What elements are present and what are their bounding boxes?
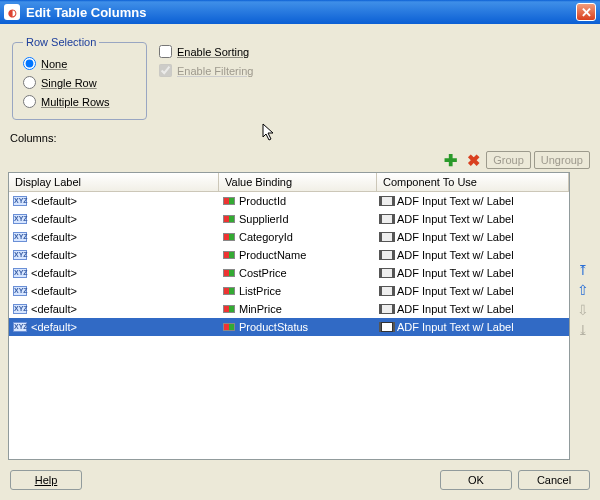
cell-display: <default> xyxy=(31,195,77,207)
cell-binding: ListPrice xyxy=(239,285,281,297)
enable-sorting-checkbox[interactable] xyxy=(159,45,172,58)
cell-component: ADF Input Text w/ Label xyxy=(397,267,514,279)
cancel-button[interactable]: Cancel xyxy=(518,470,590,490)
move-bottom-icon: ⤓ xyxy=(575,322,591,338)
table-row[interactable]: XYZ<default>CostPriceADF Input Text w/ L… xyxy=(9,264,569,282)
cell-binding: SupplierId xyxy=(239,213,289,225)
binding-icon xyxy=(223,251,235,259)
component-icon xyxy=(381,250,393,260)
cell-binding: MinPrice xyxy=(239,303,282,315)
cell-display: <default> xyxy=(31,321,77,333)
binding-icon xyxy=(223,323,235,331)
cell-display: <default> xyxy=(31,231,77,243)
component-icon xyxy=(381,196,393,206)
cell-component: ADF Input Text w/ Label xyxy=(397,231,514,243)
radio-none[interactable]: None xyxy=(23,54,136,73)
xyz-icon: XYZ xyxy=(13,268,27,278)
app-icon: ◐ xyxy=(4,4,20,20)
ok-button[interactable]: OK xyxy=(440,470,512,490)
xyz-icon: XYZ xyxy=(13,286,27,296)
cell-component: ADF Input Text w/ Label xyxy=(397,321,514,333)
enable-filtering-label: Enable Filtering xyxy=(177,65,253,77)
radio-input[interactable] xyxy=(23,76,36,89)
row-selection-group: Row Selection NoneSingle RowMultiple Row… xyxy=(12,36,147,120)
radio-label[interactable]: Single Row xyxy=(41,77,97,89)
table-row[interactable]: XYZ<default>ListPriceADF Input Text w/ L… xyxy=(9,282,569,300)
cell-component: ADF Input Text w/ Label xyxy=(397,249,514,261)
header-display-label[interactable]: Display Label xyxy=(9,173,219,191)
columns-table[interactable]: Display Label Value Binding Component To… xyxy=(8,172,570,460)
binding-icon xyxy=(223,287,235,295)
add-icon[interactable]: ✚ xyxy=(440,150,460,170)
header-component[interactable]: Component To Use xyxy=(377,173,569,191)
cell-binding: ProductId xyxy=(239,195,286,207)
help-button[interactable]: Help xyxy=(10,470,82,490)
enable-filtering-checkbox xyxy=(159,64,172,77)
delete-icon[interactable]: ✖ xyxy=(463,150,483,170)
component-icon xyxy=(381,322,393,332)
move-down-icon: ⇩ xyxy=(575,302,591,318)
binding-icon xyxy=(223,233,235,241)
cell-display: <default> xyxy=(31,267,77,279)
radio-single-row[interactable]: Single Row xyxy=(23,73,136,92)
component-icon xyxy=(381,232,393,242)
cell-display: <default> xyxy=(31,285,77,297)
window-title: Edit Table Columns xyxy=(26,5,576,20)
cell-component: ADF Input Text w/ Label xyxy=(397,213,514,225)
columns-label: Columns: xyxy=(8,130,592,148)
cell-display: <default> xyxy=(31,213,77,225)
row-selection-legend: Row Selection xyxy=(23,36,99,48)
close-button[interactable]: ✕ xyxy=(576,3,596,21)
component-icon xyxy=(381,286,393,296)
table-row[interactable]: XYZ<default>ProductNameADF Input Text w/… xyxy=(9,246,569,264)
radio-input[interactable] xyxy=(23,57,36,70)
radio-input[interactable] xyxy=(23,95,36,108)
cell-display: <default> xyxy=(31,303,77,315)
binding-icon xyxy=(223,305,235,313)
table-row[interactable]: XYZ<default>SupplierIdADF Input Text w/ … xyxy=(9,210,569,228)
xyz-icon: XYZ xyxy=(13,322,27,332)
xyz-icon: XYZ xyxy=(13,232,27,242)
xyz-icon: XYZ xyxy=(13,304,27,314)
cell-binding: CostPrice xyxy=(239,267,287,279)
table-row[interactable]: XYZ<default>MinPriceADF Input Text w/ La… xyxy=(9,300,569,318)
binding-icon xyxy=(223,215,235,223)
cell-component: ADF Input Text w/ Label xyxy=(397,195,514,207)
binding-icon xyxy=(223,269,235,277)
ungroup-button: Ungroup xyxy=(534,151,590,169)
table-row[interactable]: XYZ<default>ProductStatusADF Input Text … xyxy=(9,318,569,336)
group-button: Group xyxy=(486,151,531,169)
component-icon xyxy=(381,304,393,314)
xyz-icon: XYZ xyxy=(13,196,27,206)
xyz-icon: XYZ xyxy=(13,250,27,260)
enable-sorting-row[interactable]: Enable Sorting xyxy=(159,42,253,61)
radio-label[interactable]: Multiple Rows xyxy=(41,96,109,108)
xyz-icon: XYZ xyxy=(13,214,27,224)
component-icon xyxy=(381,214,393,224)
enable-sorting-label[interactable]: Enable Sorting xyxy=(177,46,249,58)
radio-label[interactable]: None xyxy=(41,58,67,70)
move-top-icon[interactable]: ⤒ xyxy=(575,262,591,278)
cell-binding: ProductName xyxy=(239,249,306,261)
header-value-binding[interactable]: Value Binding xyxy=(219,173,377,191)
binding-icon xyxy=(223,197,235,205)
component-icon xyxy=(381,268,393,278)
table-row[interactable]: XYZ<default>ProductIdADF Input Text w/ L… xyxy=(9,192,569,210)
enable-filtering-row: Enable Filtering xyxy=(159,61,253,80)
move-up-icon[interactable]: ⇧ xyxy=(575,282,591,298)
cell-component: ADF Input Text w/ Label xyxy=(397,285,514,297)
columns-toolbar: ✚ ✖ Group Ungroup xyxy=(8,148,592,172)
cell-component: ADF Input Text w/ Label xyxy=(397,303,514,315)
cell-display: <default> xyxy=(31,249,77,261)
radio-multiple-rows[interactable]: Multiple Rows xyxy=(23,92,136,111)
cell-binding: CategoryId xyxy=(239,231,293,243)
table-row[interactable]: XYZ<default>CategoryIdADF Input Text w/ … xyxy=(9,228,569,246)
cell-binding: ProductStatus xyxy=(239,321,308,333)
title-bar: ◐ Edit Table Columns ✕ xyxy=(0,0,600,24)
